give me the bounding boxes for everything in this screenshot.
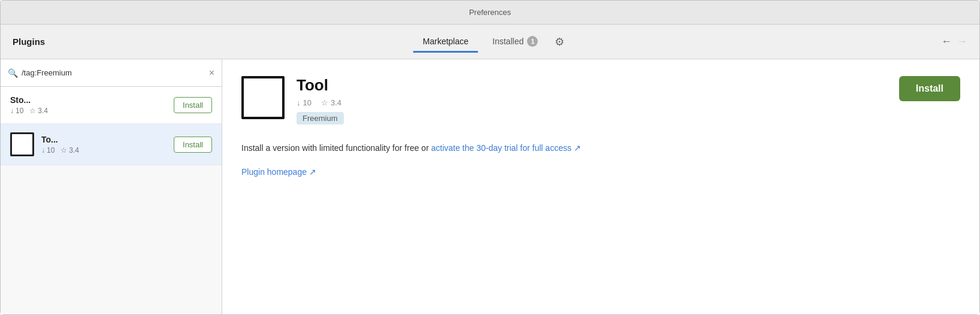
plugin-icon-large xyxy=(241,76,285,119)
navigation-arrows: ← → xyxy=(941,35,967,48)
gear-icon: ⚙ xyxy=(555,36,564,48)
search-input[interactable] xyxy=(22,68,205,77)
plugin-downloads: ↓ 10 xyxy=(10,107,23,115)
download-icon: ↓ xyxy=(297,98,301,107)
plugin-item-name: To... xyxy=(41,135,167,144)
star-icon: ☆ xyxy=(61,146,67,155)
download-icon: ↓ xyxy=(41,146,45,155)
search-clear-button[interactable]: × xyxy=(209,68,214,78)
tab-installed[interactable]: Installed 1 xyxy=(483,31,548,53)
back-arrow-icon: ← xyxy=(941,35,952,47)
forward-arrow-icon: → xyxy=(957,35,967,47)
tab-bar: Marketplace Installed 1 ⚙ xyxy=(413,31,567,53)
detail-tag-badge: Freemium xyxy=(297,112,344,125)
plugin-list-item[interactable]: To... ↓ 10 ☆ 3.4 Install xyxy=(1,124,222,165)
installed-count-badge: 1 xyxy=(527,36,538,47)
star-icon: ☆ xyxy=(321,98,328,107)
tab-installed-label: Installed xyxy=(492,37,524,46)
tab-marketplace[interactable]: Marketplace xyxy=(413,32,478,53)
plugins-label: Plugins xyxy=(13,37,84,47)
detail-description: Install a version with limited functiona… xyxy=(241,141,960,155)
header: Plugins Marketplace Installed 1 ⚙ ← → xyxy=(1,25,979,59)
plugin-item-info: To... ↓ 10 ☆ 3.4 xyxy=(41,135,167,155)
plugin-install-button[interactable]: Install xyxy=(174,97,212,113)
plugin-rating: ☆ 3.4 xyxy=(29,107,48,115)
detail-info: Tool ↓ 10 ☆ 3.4 Freemium xyxy=(297,76,887,125)
main-content: 🔍 × Sto... ↓ 10 xyxy=(1,59,979,314)
preferences-window: Preferences Plugins Marketplace Installe… xyxy=(0,0,980,315)
trial-link[interactable]: activate the 30-day trial for full acces… xyxy=(431,143,581,153)
plugin-install-button[interactable]: Install xyxy=(174,137,212,153)
search-icon: 🔍 xyxy=(8,68,18,78)
plugin-downloads: ↓ 10 xyxy=(41,146,55,155)
search-bar: 🔍 × xyxy=(1,59,222,87)
plugin-item-info: Sto... ↓ 10 ☆ 3.4 xyxy=(10,95,167,115)
detail-header: Tool ↓ 10 ☆ 3.4 Freemium Install xyxy=(241,76,960,125)
star-icon: ☆ xyxy=(29,107,36,115)
download-icon: ↓ xyxy=(10,107,14,115)
detail-panel: Tool ↓ 10 ☆ 3.4 Freemium Install xyxy=(222,59,979,314)
sidebar: 🔍 × Sto... ↓ 10 xyxy=(1,59,222,314)
window-title: Preferences xyxy=(469,8,511,17)
plugin-item-name: Sto... xyxy=(10,95,167,105)
detail-plugin-name: Tool xyxy=(297,76,887,95)
forward-button[interactable]: → xyxy=(957,35,967,48)
detail-meta: ↓ 10 ☆ 3.4 xyxy=(297,98,887,107)
tab-marketplace-label: Marketplace xyxy=(423,37,468,46)
plugin-item-meta: ↓ 10 ☆ 3.4 xyxy=(10,107,167,115)
plugin-thumbnail xyxy=(10,132,34,156)
plugin-rating: ☆ 3.4 xyxy=(61,146,79,155)
back-button[interactable]: ← xyxy=(941,35,952,48)
detail-install-button[interactable]: Install xyxy=(899,76,960,101)
settings-button[interactable]: ⚙ xyxy=(552,33,567,51)
plugin-homepage-link[interactable]: Plugin homepage ↗ xyxy=(241,167,960,177)
detail-rating: ☆ 3.4 xyxy=(321,98,341,107)
plugin-list-item[interactable]: Sto... ↓ 10 ☆ 3.4 Install xyxy=(1,87,222,124)
plugin-item-meta: ↓ 10 ☆ 3.4 xyxy=(41,146,167,155)
description-text-prefix: Install a version with limited functiona… xyxy=(241,143,431,153)
plugin-list: Sto... ↓ 10 ☆ 3.4 Install xyxy=(1,87,222,314)
titlebar: Preferences xyxy=(1,1,979,25)
detail-downloads: ↓ 10 xyxy=(297,98,311,107)
